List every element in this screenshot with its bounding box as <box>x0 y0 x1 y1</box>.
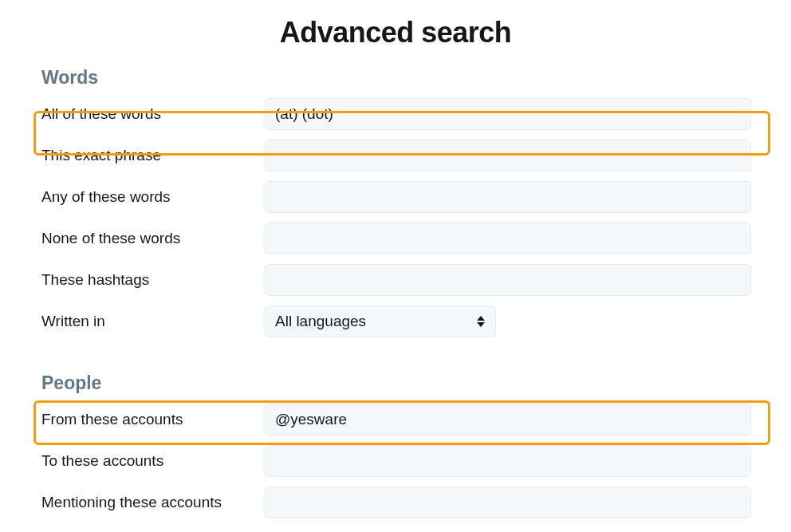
row-any-of-these-words: Any of these words <box>40 176 751 218</box>
select-written-in-value: All languages <box>275 313 366 330</box>
input-these-hashtags[interactable] <box>265 264 751 296</box>
input-from-accounts[interactable] <box>265 404 751 435</box>
input-mentioning-accounts[interactable] <box>265 487 751 518</box>
row-all-of-these-words: All of these words <box>40 93 751 135</box>
section-heading-words: Words <box>40 67 751 89</box>
label-all-of-these-words: All of these words <box>40 105 265 123</box>
row-mentioning-accounts: Mentioning these accounts <box>40 482 751 523</box>
input-none-of-these-words[interactable] <box>265 223 751 254</box>
label-exact-phrase: This exact phrase <box>40 147 265 164</box>
page-title: Advanced search <box>40 16 751 49</box>
section-heading-people: People <box>40 372 751 394</box>
select-written-in[interactable]: All languages <box>265 305 496 337</box>
row-these-hashtags: These hashtags <box>40 259 751 301</box>
row-exact-phrase: This exact phrase <box>40 135 751 176</box>
input-all-of-these-words[interactable] <box>265 98 751 130</box>
row-from-accounts: From these accounts <box>40 399 751 440</box>
input-exact-phrase[interactable] <box>265 140 751 171</box>
advanced-search-form: Advanced search Words All of these words… <box>0 0 791 523</box>
label-these-hashtags: These hashtags <box>40 271 265 289</box>
row-to-accounts: To these accounts <box>40 440 751 482</box>
label-none-of-these-words: None of these words <box>40 230 265 247</box>
row-none-of-these-words: None of these words <box>40 218 751 259</box>
row-written-in: Written in All languages <box>40 301 751 342</box>
label-written-in: Written in <box>40 313 265 330</box>
label-mentioning-accounts: Mentioning these accounts <box>40 494 265 511</box>
label-from-accounts: From these accounts <box>40 411 265 428</box>
label-to-accounts: To these accounts <box>40 452 265 470</box>
label-any-of-these-words: Any of these words <box>40 188 265 206</box>
input-any-of-these-words[interactable] <box>265 181 751 213</box>
input-to-accounts[interactable] <box>265 445 751 477</box>
